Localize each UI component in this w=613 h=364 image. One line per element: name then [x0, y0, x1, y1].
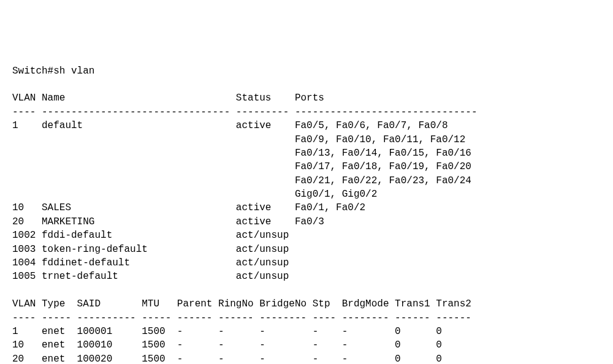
table1-row: Gig0/1, Gig0/2 [12, 189, 377, 200]
table1-row: Fa0/21, Fa0/22, Fa0/23, Fa0/24 [12, 175, 471, 186]
table2-divider: ---- ----- ---------- ----- ------ -----… [12, 313, 471, 324]
table1-row: 10 SALES active Fa0/1, Fa0/2 [12, 202, 365, 213]
table1-header: VLAN Name Status Ports [12, 93, 324, 104]
table1-row: Fa0/13, Fa0/14, Fa0/15, Fa0/16 [12, 148, 471, 159]
table1-row: 1005 trnet-default act/unsup [12, 271, 289, 282]
terminal-output: Switch#sh vlan VLAN Name Status Ports --… [12, 64, 601, 364]
table1-row: Fa0/17, Fa0/18, Fa0/19, Fa0/20 [12, 161, 471, 172]
table1-divider: ---- -------------------------------- --… [12, 107, 478, 118]
table2-row: 10 enet 100010 1500 - - - - - 0 0 [12, 339, 442, 351]
table1-row: 20 MARKETING active Fa0/3 [12, 216, 324, 227]
command-line: Switch#sh vlan [12, 66, 94, 77]
table2-row: 1 enet 100001 1500 - - - - - 0 0 [12, 326, 442, 337]
table1-row: 1004 fddinet-default act/unsup [12, 257, 289, 268]
table1-row: 1 default active Fa0/5, Fa0/6, Fa0/7, Fa… [12, 120, 448, 131]
table1-row: Fa0/9, Fa0/10, Fa0/11, Fa0/12 [12, 134, 465, 145]
table1-row: 1002 fddi-default act/unsup [12, 230, 289, 241]
table1-row: 1003 token-ring-default act/unsup [12, 244, 289, 255]
table2-header: VLAN Type SAID MTU Parent RingNo BridgeN… [12, 298, 471, 309]
table2-row: 20 enet 100020 1500 - - - - - 0 0 [12, 354, 442, 364]
